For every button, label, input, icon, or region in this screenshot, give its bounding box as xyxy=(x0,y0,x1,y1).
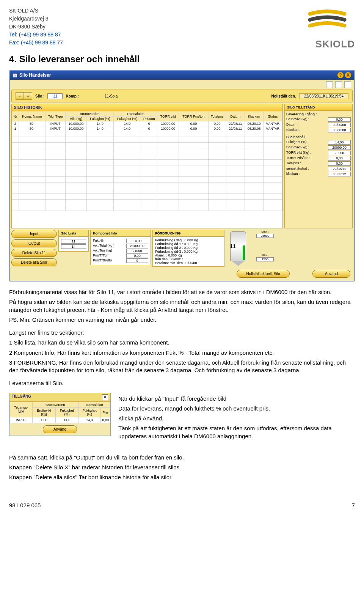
company-address: SKIOLD A/S Kjeldgaardsvej 3 DK-9300 Sæby… xyxy=(9,7,63,47)
status-datum-v: 00/00/00 xyxy=(328,123,351,127)
input-button[interactable]: Input xyxy=(11,230,57,238)
silo-history-panel: SILO HISTORIK Nr Komp. Namn Tilg. Type B… xyxy=(11,104,283,228)
komp-label: Komp.: xyxy=(66,94,78,98)
col-klockan: Klockan xyxy=(245,112,263,121)
para-3: PS. Min: Gränsen kommer en varning när n… xyxy=(9,316,355,324)
max-value[interactable]: 25000 xyxy=(256,234,274,238)
silo-lista-title: Silo Lista xyxy=(59,230,88,237)
r-para-4: Tänk på att fuktigheten är ett måste sta… xyxy=(118,425,355,440)
table-row xyxy=(12,200,282,205)
leverans-title: Leveranserna till Silo. xyxy=(9,379,355,387)
tillgang-anvand-button[interactable]: Använd xyxy=(43,425,77,433)
list-2: 2 Komponent Info, Här finns kort informa… xyxy=(9,349,355,357)
page-footer: 981 029 065 7 xyxy=(9,502,355,508)
r-para-2: Data för leverans, mängd och fukthets % … xyxy=(118,405,355,412)
status-torr-v[interactable]: 20000 xyxy=(328,151,351,155)
status-fukt-v[interactable]: 14,00 xyxy=(328,140,351,145)
table-row[interactable]: 250-INPUT10.000,0014,014,0010000,000,000… xyxy=(12,121,282,126)
table-row xyxy=(12,165,282,171)
status-kl-v: 06:35:12 xyxy=(328,172,351,176)
list-item[interactable]: 11 xyxy=(61,239,86,244)
refresh-icon[interactable] xyxy=(335,81,342,88)
print-icon[interactable] xyxy=(344,81,351,88)
document-icon[interactable] xyxy=(326,81,333,88)
table-row xyxy=(12,131,282,137)
silo-minus-button[interactable]: − xyxy=(16,92,24,100)
tg-pris[interactable]: 0,00 xyxy=(101,417,110,423)
silo-label: Silo : xyxy=(35,94,44,98)
status-totpris-v[interactable]: 0,00 xyxy=(328,161,351,166)
col-fukt2: Fuktighet (%) xyxy=(114,116,141,121)
table-row xyxy=(12,183,282,188)
section-title: 4. Silo leveranser och innehåll xyxy=(9,54,355,65)
delete-silo-button[interactable]: Delete Silo 11 xyxy=(11,249,57,257)
col-torr-vikt: TORR vikt xyxy=(157,112,179,121)
list-item: Akuell. : 0.000 Kg xyxy=(155,253,222,257)
nollstallt-value: 22/08/2011KL.06:19:54 xyxy=(299,93,348,99)
table-row: INPUT 1,00 14,0 14,0 0,00 xyxy=(10,417,110,423)
table-row xyxy=(12,177,282,183)
table-row xyxy=(12,154,282,160)
delete-all-button[interactable]: Delete alla Silor xyxy=(11,258,57,266)
final-text: På samma sätt, klicka på "Output" om du … xyxy=(9,454,355,481)
list-item: Pris/T/Torr0,00 xyxy=(93,253,148,258)
company-fax: Fax: (+45) 99 89 88 77 xyxy=(9,39,63,47)
table-row xyxy=(12,205,282,211)
tg-f1[interactable]: 14,0 xyxy=(56,417,78,423)
close-icon[interactable]: X xyxy=(345,72,351,78)
list-item: Förbrukning dd-3 : 0.000 Kg xyxy=(155,250,222,253)
silo-plus-button[interactable]: + xyxy=(24,92,32,100)
status-bv-v[interactable]: 20000,00 xyxy=(328,145,351,150)
status-torrpris-v[interactable]: 0,00 xyxy=(328,156,351,160)
list-item[interactable]: 14 xyxy=(61,244,86,249)
status-bv-l: Bruttovikt (kg) : xyxy=(286,145,309,150)
col-vikt: Vikt (kg) xyxy=(66,116,86,121)
nollstallt-label: Nollställt den. xyxy=(271,94,296,98)
silo-status-title: SILO TILLSTÅND xyxy=(285,104,352,111)
table-row xyxy=(12,171,282,177)
app-icon: ▧ xyxy=(13,72,17,78)
f-para-3: Knappen "Delete alla silos" Tar bort lik… xyxy=(9,474,355,481)
col-trans-grp: Transaktion xyxy=(114,112,157,116)
output-button[interactable]: Output xyxy=(11,239,57,247)
list-item: Förbrukning dd-2 : 0.000 Kg xyxy=(155,246,222,250)
tg-col-f2: Fuktighet (%) xyxy=(78,407,101,417)
tg-brutto[interactable]: 1,00 xyxy=(32,417,56,423)
status-bruttovikt-v: 0,00 xyxy=(328,117,351,122)
footer-left: 981 029 065 xyxy=(9,502,41,508)
f-para-2: Knappen "Delete Silo X" här raderar hist… xyxy=(9,464,355,471)
status-kl-l: klockan : xyxy=(286,172,300,176)
min-value[interactable]: 1500 xyxy=(256,257,274,261)
komponent-info-title: Komponet Info xyxy=(91,230,151,237)
tg-typ: INPUT xyxy=(10,417,33,423)
max-label: Max : xyxy=(252,230,278,233)
history-table: Nr Komp. Namn Tilg. Type Bruttovärden Tr… xyxy=(12,111,282,211)
table-row[interactable]: 150-INPUT10.000,0014,014,0010000,000,000… xyxy=(12,126,282,131)
help-icon[interactable]: ? xyxy=(337,72,344,78)
silo-number-input[interactable]: 11 xyxy=(47,93,63,99)
col-nr: Nr xyxy=(12,112,19,121)
silo-graphic: 11 xyxy=(226,230,250,261)
para-4: Längst ner finns tre sektioner: xyxy=(9,329,355,337)
tg-f2[interactable]: 14,0 xyxy=(78,417,101,423)
silo-number-label: 11 xyxy=(230,243,236,249)
status-torrpris-l: TORR Pris/ton : xyxy=(286,156,310,160)
status-datum-l: Datum : xyxy=(286,123,298,127)
silo-events-window: ▧ Silo Händelser ? X − + Silo : 11 Komp.… xyxy=(9,70,355,282)
list-item: Pris/T/Brutto0 xyxy=(93,258,148,263)
tg-col-typ: Tilgangs-type xyxy=(10,402,33,417)
table-row xyxy=(12,137,282,143)
nollstall-button[interactable]: Nollställ aktuell. Silo xyxy=(237,270,290,278)
tillgang-close-icon[interactable]: ✕ xyxy=(102,394,108,400)
silo-history-title: SILO HISTORIK xyxy=(12,104,282,111)
company-postal: DK-9300 Sæby xyxy=(9,23,63,31)
table-row xyxy=(12,188,282,194)
anvand-button[interactable]: Använd xyxy=(312,270,350,278)
list-item: Förbrukning i dag : 0.000 Kg xyxy=(155,238,222,242)
komponent-info-panel: Komponet Info Fukt %14,00Vikt Total (kg … xyxy=(90,230,151,265)
komp-value: 11-Soja xyxy=(105,94,118,98)
forbrukning-panel: FÖRBRUKNING Förbrukning i dag : 0.000 Kg… xyxy=(152,230,224,267)
f-para-1: På samma sätt, klicka på "Output" om du … xyxy=(9,454,355,461)
status-klockan-l: Klockan : xyxy=(286,128,300,132)
col-brutto-grp: Bruttovärden xyxy=(66,112,114,116)
